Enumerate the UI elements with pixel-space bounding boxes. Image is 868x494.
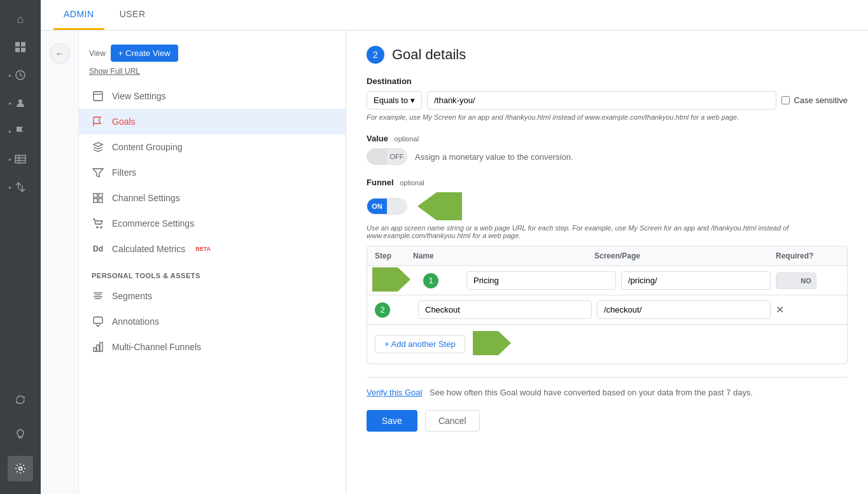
nav-item-channel-settings[interactable]: Channel Settings <box>79 185 346 211</box>
svg-rect-3 <box>21 48 25 52</box>
verify-section: Verify this Goal See how often this Goal… <box>367 377 848 397</box>
url-input[interactable] <box>427 91 776 109</box>
step2-screen-input[interactable] <box>597 300 771 319</box>
step1-name-input[interactable] <box>466 271 616 290</box>
goal-header: 2 Goal details <box>367 46 848 64</box>
equals-to-button[interactable]: Equals to ▾ <box>367 91 422 109</box>
nav-item-label: Goals <box>112 116 136 127</box>
svg-marker-31 <box>417 192 462 220</box>
col-required: Required? <box>776 251 839 260</box>
svg-marker-16 <box>93 169 103 177</box>
step2-name-input[interactable] <box>418 300 592 319</box>
step1-cell: 1 <box>423 273 461 288</box>
svg-point-13 <box>19 467 22 470</box>
add-step-button[interactable]: + Add another Step <box>375 335 465 353</box>
nav-item-content-grouping[interactable]: Content Grouping <box>79 134 346 160</box>
req-no-label: NO <box>796 273 816 288</box>
destination-section: Destination Equals to ▾ Case sensitive F… <box>367 76 848 121</box>
channel-settings-icon <box>92 192 104 204</box>
nav-item-label: Channel Settings <box>112 193 180 203</box>
save-button[interactable]: Save <box>367 410 417 432</box>
verify-goal-text: See how often this Goal would have conve… <box>430 388 753 397</box>
nav-item-calculated-metrics[interactable]: Dd Calculated Metrics BETA <box>79 236 346 262</box>
nav-item-label: Segments <box>112 291 152 301</box>
verify-goal-link[interactable]: Verify this Goal <box>367 388 422 397</box>
step1-required-btn[interactable]: NO <box>776 272 816 289</box>
bulb-icon[interactable] <box>8 421 33 447</box>
ecommerce-icon <box>92 217 104 230</box>
value-toggle[interactable]: OFF <box>367 148 407 165</box>
view-header: View + Create View <box>79 37 346 67</box>
add-step-arrow <box>473 331 511 357</box>
loop-icon[interactable] <box>8 387 33 413</box>
calculated-metrics-icon: Dd <box>92 243 104 255</box>
flag-icon[interactable] <box>8 118 33 144</box>
step1-screen-input[interactable] <box>621 271 771 290</box>
svg-rect-2 <box>15 48 20 52</box>
funnel-arrow-icon <box>417 192 462 220</box>
svg-point-5 <box>18 99 22 103</box>
funnel-row-1: 1 NO <box>416 266 847 295</box>
icon-sidebar: ⌂ <box>0 0 41 494</box>
svg-marker-33 <box>473 331 511 355</box>
step1-required: NO <box>776 272 839 289</box>
svg-rect-20 <box>99 199 102 202</box>
nav-item-label: Calculated Metrics <box>112 244 185 254</box>
show-url-link[interactable]: Show Full URL <box>79 67 346 83</box>
create-view-button[interactable]: + Create View <box>111 45 178 62</box>
tab-user[interactable]: USER <box>109 0 156 30</box>
back-button[interactable]: ← <box>50 43 70 64</box>
annotations-icon <box>92 315 104 328</box>
svg-rect-30 <box>100 342 102 351</box>
step2-badge: 2 <box>375 302 390 318</box>
value-label: Value optional <box>367 134 848 143</box>
action-row: Save Cancel <box>367 410 848 432</box>
case-sensitive-checkbox[interactable] <box>781 96 790 104</box>
person-icon[interactable] <box>8 90 33 116</box>
content-row: ← View + Create View Show Full URL View … <box>41 31 868 494</box>
gear-icon[interactable] <box>8 456 33 481</box>
nav-item-annotations[interactable]: Annotations <box>79 309 346 334</box>
nav-panel: View + Create View Show Full URL View Se… <box>79 31 346 494</box>
tab-admin[interactable]: ADMIN <box>53 0 104 30</box>
case-sensitive-row: Case sensitive <box>781 95 848 105</box>
cancel-button[interactable]: Cancel <box>425 410 480 432</box>
reports-icon[interactable] <box>8 34 33 60</box>
home-icon[interactable]: ⌂ <box>8 6 33 32</box>
svg-rect-6 <box>15 155 25 163</box>
funnel-toggle-arrow-row: ON <box>367 192 848 220</box>
left-nav: ← View + Create View Show Full URL View … <box>41 31 346 494</box>
funnel-section: Funnel optional ON Use an app screen nam… <box>367 178 848 364</box>
step2-cell: 2 <box>375 302 413 318</box>
arrows-icon[interactable] <box>8 174 33 200</box>
nav-item-label: Annotations <box>112 316 159 327</box>
nav-item-label: Filters <box>112 167 136 178</box>
funnel-label: Funnel optional <box>367 178 848 187</box>
right-panel: 2 Goal details Destination Equals to ▾ C <box>346 31 868 494</box>
funnel-optional-tag: optional <box>400 179 424 187</box>
col-screen: Screen/Page <box>594 251 776 260</box>
nav-item-multi-channel[interactable]: Multi-Channel Funnels <box>79 334 346 360</box>
svg-rect-0 <box>15 42 20 46</box>
calculated-metrics-badge: BETA <box>195 246 211 252</box>
nav-item-view-settings[interactable]: View Settings <box>79 83 346 109</box>
nav-item-filters[interactable]: Filters <box>79 160 346 185</box>
clock-icon[interactable] <box>8 62 33 88</box>
chevron-down-icon: ▾ <box>410 95 415 105</box>
svg-rect-29 <box>97 345 99 351</box>
svg-rect-18 <box>99 194 102 197</box>
nav-item-segments[interactable]: Segments <box>79 283 346 309</box>
nav-item-label: Ecommerce Settings <box>112 218 194 229</box>
nav-item-ecommerce[interactable]: Ecommerce Settings <box>79 211 346 236</box>
funnel-toggle[interactable]: ON <box>367 198 407 215</box>
nav-item-goals[interactable]: Goals <box>79 109 346 134</box>
col-step: Step <box>375 251 413 260</box>
table-icon[interactable] <box>8 146 33 172</box>
toggle-off-label: OFF <box>387 149 407 164</box>
step2-required: ✕ <box>776 304 839 316</box>
segments-icon <box>92 290 104 302</box>
toggle-off-part <box>387 199 407 214</box>
step2-delete-button[interactable]: ✕ <box>776 304 784 316</box>
funnel-table: Step Name Screen/Page Required? <box>367 246 848 364</box>
case-sensitive-label: Case sensitive <box>794 95 848 105</box>
